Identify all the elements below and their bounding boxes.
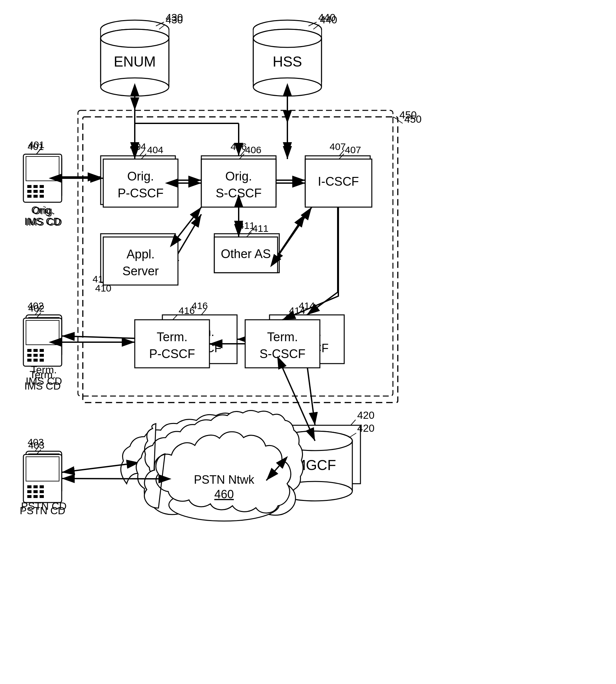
svg-text:406: 406 bbox=[245, 144, 261, 155]
svg-rect-177 bbox=[34, 190, 38, 193]
svg-rect-194 bbox=[34, 359, 38, 362]
svg-text:Term.: Term. bbox=[267, 330, 298, 344]
svg-point-114 bbox=[101, 29, 169, 47]
svg-rect-191 bbox=[34, 354, 38, 357]
svg-rect-203 bbox=[40, 485, 44, 488]
svg-rect-173 bbox=[27, 185, 31, 188]
svg-rect-205 bbox=[34, 490, 38, 493]
svg-rect-178 bbox=[40, 190, 44, 193]
svg-rect-206 bbox=[40, 490, 44, 493]
svg-text:I-CSCF: I-CSCF bbox=[318, 175, 359, 188]
svg-text:Server: Server bbox=[123, 264, 159, 278]
svg-text:Orig.: Orig. bbox=[225, 169, 252, 183]
svg-text:P-CSCF: P-CSCF bbox=[149, 347, 195, 361]
svg-rect-192 bbox=[40, 354, 44, 357]
svg-rect-187 bbox=[27, 349, 31, 352]
svg-rect-195 bbox=[40, 359, 44, 362]
svg-text:430: 430 bbox=[166, 14, 183, 26]
svg-rect-204 bbox=[27, 490, 31, 493]
svg-text:407: 407 bbox=[345, 144, 361, 155]
svg-text:Other AS: Other AS bbox=[221, 247, 271, 261]
svg-rect-180 bbox=[34, 195, 38, 198]
svg-rect-176 bbox=[27, 190, 31, 193]
svg-text:PSTN Ntwk: PSTN Ntwk bbox=[194, 473, 255, 486]
svg-text:401: 401 bbox=[28, 139, 44, 150]
svg-text:IMS CD: IMS CD bbox=[24, 215, 61, 227]
svg-text:Orig.: Orig. bbox=[127, 169, 154, 183]
svg-text:HSS: HSS bbox=[273, 53, 302, 69]
svg-text:420: 420 bbox=[357, 423, 374, 434]
svg-text:Term.: Term. bbox=[29, 369, 56, 381]
svg-point-122 bbox=[253, 29, 322, 47]
svg-text:S-CSCF: S-CSCF bbox=[216, 186, 261, 200]
diagram-container: ENUM 430 HSS 440 450 Orig. P-CSC bbox=[0, 0, 616, 684]
svg-point-113 bbox=[101, 78, 169, 96]
svg-point-121 bbox=[253, 78, 322, 96]
svg-rect-193 bbox=[27, 359, 31, 362]
svg-text:450: 450 bbox=[404, 113, 421, 125]
svg-rect-207 bbox=[27, 495, 31, 498]
svg-rect-175 bbox=[40, 185, 44, 188]
svg-text:440: 440 bbox=[320, 14, 337, 26]
svg-text:PSTN CD: PSTN CD bbox=[20, 505, 65, 517]
svg-text:403: 403 bbox=[28, 440, 44, 451]
svg-text:ENUM: ENUM bbox=[114, 53, 156, 69]
svg-text:Orig.: Orig. bbox=[31, 204, 53, 216]
svg-text:410: 410 bbox=[95, 283, 111, 294]
svg-text:S-CSCF: S-CSCF bbox=[260, 347, 305, 361]
svg-text:404: 404 bbox=[147, 144, 163, 155]
svg-text:411: 411 bbox=[252, 223, 268, 234]
svg-rect-174 bbox=[34, 185, 38, 188]
svg-rect-179 bbox=[27, 195, 31, 198]
svg-rect-188 bbox=[34, 349, 38, 352]
svg-text:402: 402 bbox=[28, 303, 44, 314]
svg-rect-208 bbox=[34, 495, 38, 498]
svg-rect-181 bbox=[40, 195, 44, 198]
svg-text:Appl.: Appl. bbox=[127, 247, 155, 261]
svg-text:460: 460 bbox=[214, 487, 234, 501]
svg-text:P-CSCF: P-CSCF bbox=[117, 186, 163, 200]
svg-text:IMS CD: IMS CD bbox=[24, 380, 61, 392]
svg-rect-201 bbox=[27, 485, 31, 488]
svg-rect-202 bbox=[34, 485, 38, 488]
svg-rect-209 bbox=[40, 495, 44, 498]
svg-text:Term.: Term. bbox=[157, 330, 188, 344]
svg-text:416: 416 bbox=[179, 305, 195, 316]
svg-rect-190 bbox=[27, 354, 31, 357]
svg-rect-189 bbox=[40, 349, 44, 352]
